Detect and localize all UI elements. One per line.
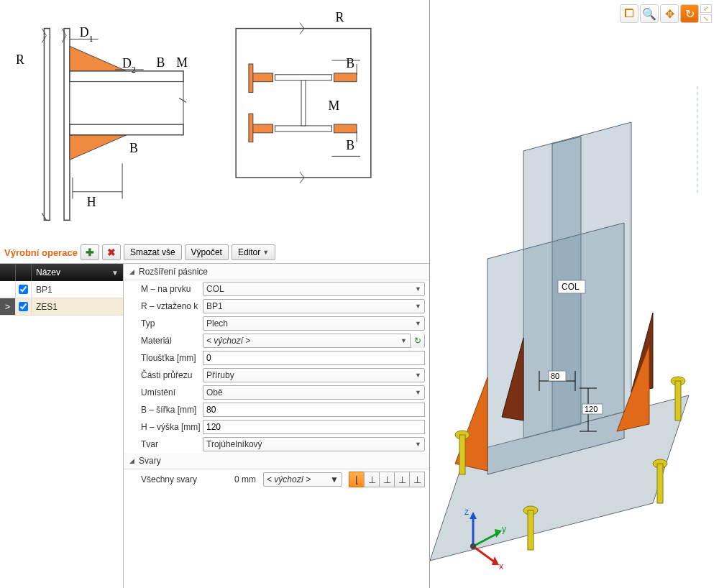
input-b[interactable] <box>203 403 425 417</box>
label-m: M – na prvku <box>124 284 203 294</box>
svg-rect-15 <box>301 81 306 126</box>
label-col: COL <box>562 282 580 292</box>
svg-rect-27 <box>528 510 533 550</box>
svg-rect-23 <box>459 435 465 474</box>
list-header-name: Název <box>36 267 60 277</box>
delete-all-button[interactable]: Smazat vše <box>124 244 182 260</box>
weld-type-btn-4[interactable]: ⊥ <box>394 472 410 487</box>
svg-rect-2 <box>70 71 183 82</box>
svg-text:M: M <box>176 55 188 70</box>
weld-type-btn-2[interactable]: ⊥ <box>364 472 380 487</box>
welds-value: 0 mm <box>220 474 256 484</box>
svg-text:D1: D1 <box>80 25 93 44</box>
list-item[interactable]: BP1 <box>0 281 123 298</box>
svg-rect-25 <box>675 381 681 421</box>
operations-toolbar: Výrobní operace ✚ ✖ Smazat vše Výpočet E… <box>0 242 429 263</box>
svg-rect-17 <box>249 114 253 142</box>
label-thickness: Tloušťka [mm] <box>124 353 203 363</box>
widen-tr <box>334 73 357 82</box>
svg-text:B: B <box>346 138 354 152</box>
label-position: Umístění <box>124 387 203 398</box>
svg-text:H: H <box>87 195 96 209</box>
select-welds-default[interactable]: < výchozí >▼ <box>263 472 342 487</box>
label-shape: Tvar <box>124 439 203 449</box>
operations-list: Název▼ BP1 > ZES1 <box>0 264 124 588</box>
add-button[interactable]: ✚ <box>81 244 99 260</box>
delete-button[interactable]: ✖ <box>102 244 121 260</box>
operations-title: Výrobní operace <box>4 247 78 258</box>
list-item[interactable]: > ZES1 <box>0 298 123 316</box>
select-position[interactable]: Obě▼ <box>203 385 425 400</box>
3d-viewport: ⧠ 🔍 ✥ ↻ ⤢ ⤡ <box>430 0 719 588</box>
filter-icon[interactable]: ▼ <box>111 269 119 277</box>
list-item-label: ZES1 <box>32 302 123 312</box>
select-r[interactable]: BP1▼ <box>203 299 425 313</box>
select-material[interactable]: < výchozí >▼↻ <box>203 334 425 348</box>
svg-rect-13 <box>275 75 331 81</box>
svg-text:R: R <box>335 10 344 24</box>
section-title: Rozšíření pásnice <box>139 267 208 277</box>
weld-type-btn-1[interactable]: ⌊ <box>349 472 365 487</box>
collapse-icon[interactable]: ◢ <box>129 457 134 464</box>
label-type: Typ <box>124 318 203 329</box>
schematic-diagram: D1 D2 B M B H R <box>0 0 429 242</box>
select-parts[interactable]: Příruby▼ <box>203 368 425 382</box>
stiffener-top <box>70 46 127 71</box>
widen-bl <box>250 124 273 133</box>
svg-rect-4 <box>70 82 183 124</box>
property-grid: ◢ Rozšíření pásnice M – na prvkuCOL▼ R –… <box>124 264 429 588</box>
select-m[interactable]: COL▼ <box>203 282 425 296</box>
label-parts: Části průřezu <box>124 370 203 380</box>
label-all-welds: Všechny svary <box>141 474 213 484</box>
select-type[interactable]: Plech▼ <box>203 316 425 331</box>
calculate-button[interactable]: Výpočet <box>185 244 229 260</box>
section-head-welds: ◢ Svary <box>124 453 429 469</box>
label-b: B – šířka [mm] <box>124 405 203 415</box>
svg-text:M: M <box>329 98 340 113</box>
list-item-check[interactable] <box>19 285 28 294</box>
svg-line-39 <box>473 546 495 562</box>
col-flange-front <box>487 223 624 474</box>
svg-rect-3 <box>70 124 183 135</box>
label-r: R – vztaženo k <box>124 301 203 311</box>
list-item-label: BP1 <box>32 285 123 295</box>
section-title: Svary <box>139 456 161 466</box>
list-item-check[interactable] <box>19 302 28 311</box>
weld-type-btn-5[interactable]: ⊥ <box>409 472 425 487</box>
svg-rect-16 <box>249 64 253 93</box>
svg-text:x: x <box>499 561 503 571</box>
dim-120: 120 <box>585 405 597 413</box>
dim-80: 80 <box>551 372 559 380</box>
widen-tl <box>250 73 273 82</box>
svg-rect-0 <box>44 29 50 221</box>
widen-br <box>334 124 357 133</box>
svg-point-42 <box>470 543 476 549</box>
material-reload-icon[interactable]: ↻ <box>410 334 424 348</box>
svg-rect-14 <box>275 126 331 132</box>
svg-text:z: z <box>464 507 469 517</box>
weld-type-btn-3[interactable]: ⊥ <box>379 472 395 487</box>
select-shape[interactable]: Trojúhelníkový▼ <box>203 437 425 451</box>
svg-text:R: R <box>16 52 24 67</box>
editor-button[interactable]: Editor▼ <box>232 244 275 260</box>
svg-rect-1 <box>64 29 70 221</box>
svg-text:B: B <box>346 56 354 70</box>
svg-text:B: B <box>129 141 138 155</box>
svg-rect-29 <box>657 464 663 503</box>
section-head-flange: ◢ Rozšíření pásnice <box>124 264 429 280</box>
label-material: Materiál <box>124 336 203 346</box>
stiffener-bot <box>70 135 127 160</box>
collapse-icon[interactable]: ◢ <box>129 268 134 275</box>
input-thickness[interactable] <box>203 351 425 365</box>
input-h[interactable] <box>203 420 425 434</box>
label-h: H – výška [mm] <box>124 422 203 432</box>
svg-text:B: B <box>156 55 165 70</box>
svg-text:y: y <box>502 524 506 534</box>
